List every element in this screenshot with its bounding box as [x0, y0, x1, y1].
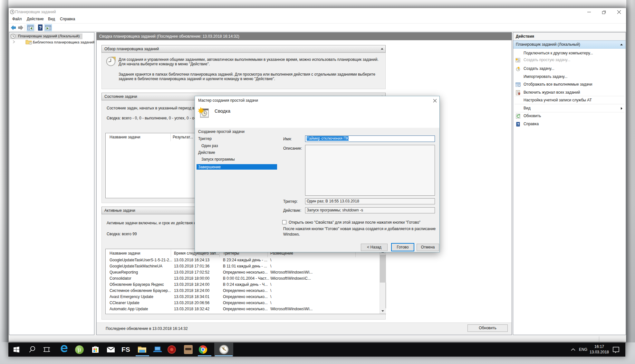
svg-text:?: ? — [39, 25, 42, 30]
svg-text:?: ? — [517, 122, 519, 126]
